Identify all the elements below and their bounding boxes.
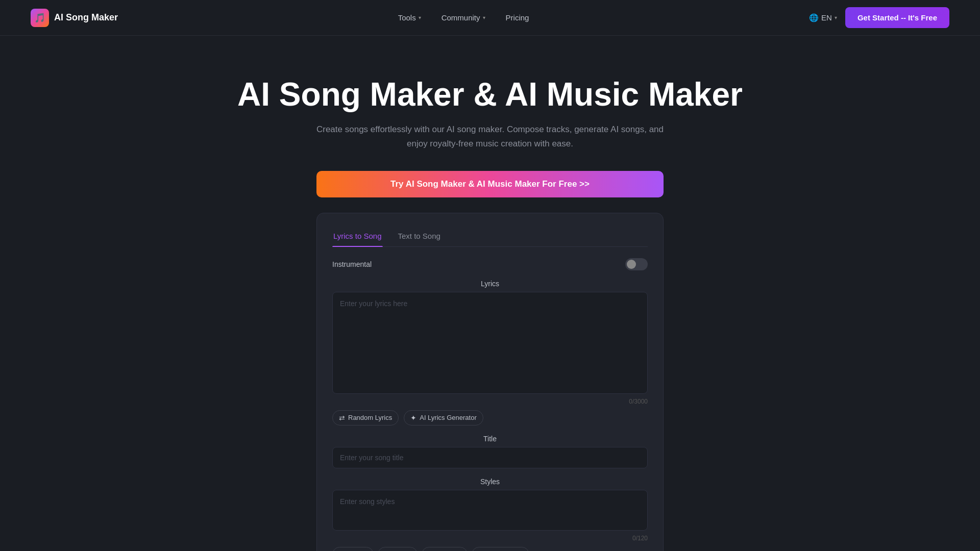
navbar: 🎵 AI Song Maker Tools ▾ Community ▾ Pric…	[0, 0, 980, 36]
tag-genre-button[interactable]: # Genre ›	[332, 547, 374, 551]
nav-tools[interactable]: Tools ▾	[398, 13, 421, 22]
nav-right: 🌐 EN ▾ Get Started -- It's Free	[809, 7, 949, 28]
chevron-down-icon: ▾	[835, 15, 837, 20]
tab-bar: Lyrics to Song Text to Song	[332, 228, 648, 247]
styles-input[interactable]	[332, 490, 648, 531]
tag-buttons: # Genre › # Vibes › # Tempos › # Instrum…	[332, 547, 648, 551]
hero-title: AI Song Maker & AI Music Maker	[10, 77, 970, 112]
styles-char-count: 0/120	[332, 535, 648, 542]
lyrics-input[interactable]	[332, 292, 648, 394]
hero-subtitle: Create songs effortlessly with our AI so…	[311, 122, 669, 150]
styles-label: Styles	[332, 478, 648, 486]
instrumental-toggle[interactable]	[625, 258, 648, 270]
logo-text: AI Song Maker	[54, 12, 118, 23]
shuffle-icon: ⇄	[339, 414, 345, 422]
instrumental-label: Instrumental	[332, 260, 372, 268]
tag-tempos-button[interactable]: # Tempos ›	[422, 547, 468, 551]
chevron-down-icon: ▾	[419, 15, 421, 20]
helper-buttons: ⇄ Random Lyrics ✦ AI Lyrics Generator	[332, 410, 648, 425]
nav-community[interactable]: Community ▾	[442, 13, 485, 22]
tag-vibes-button[interactable]: # Vibes ›	[378, 547, 417, 551]
logo-icon: 🎵	[31, 9, 49, 27]
hero-section: AI Song Maker & AI Music Maker Create so…	[0, 36, 980, 551]
chevron-down-icon: ▾	[483, 15, 485, 20]
instrumental-row: Instrumental	[332, 258, 648, 270]
title-input[interactable]	[332, 447, 648, 468]
cta-button[interactable]: Try AI Song Maker & AI Music Maker For F…	[316, 171, 664, 197]
ai-lyrics-generator-button[interactable]: ✦ AI Lyrics Generator	[404, 410, 483, 425]
globe-icon: 🌐	[809, 13, 819, 22]
tab-text-to-song[interactable]: Text to Song	[397, 228, 442, 246]
lyrics-label: Lyrics	[332, 280, 648, 288]
get-started-button[interactable]: Get Started -- It's Free	[845, 7, 949, 28]
title-label: Title	[332, 435, 648, 443]
random-lyrics-button[interactable]: ⇄ Random Lyrics	[332, 410, 399, 425]
sparkle-icon: ✦	[410, 414, 416, 422]
logo[interactable]: 🎵 AI Song Maker	[31, 9, 118, 27]
form-card: Lyrics to Song Text to Song Instrumental…	[316, 213, 664, 551]
nav-links: Tools ▾ Community ▾ Pricing	[398, 13, 529, 22]
tab-lyrics-to-song[interactable]: Lyrics to Song	[332, 228, 383, 246]
lyrics-char-count: 0/3000	[332, 398, 648, 405]
tag-instruments-button[interactable]: # Instruments ›	[472, 547, 529, 551]
nav-pricing[interactable]: Pricing	[506, 13, 529, 22]
language-selector[interactable]: 🌐 EN ▾	[809, 13, 837, 22]
